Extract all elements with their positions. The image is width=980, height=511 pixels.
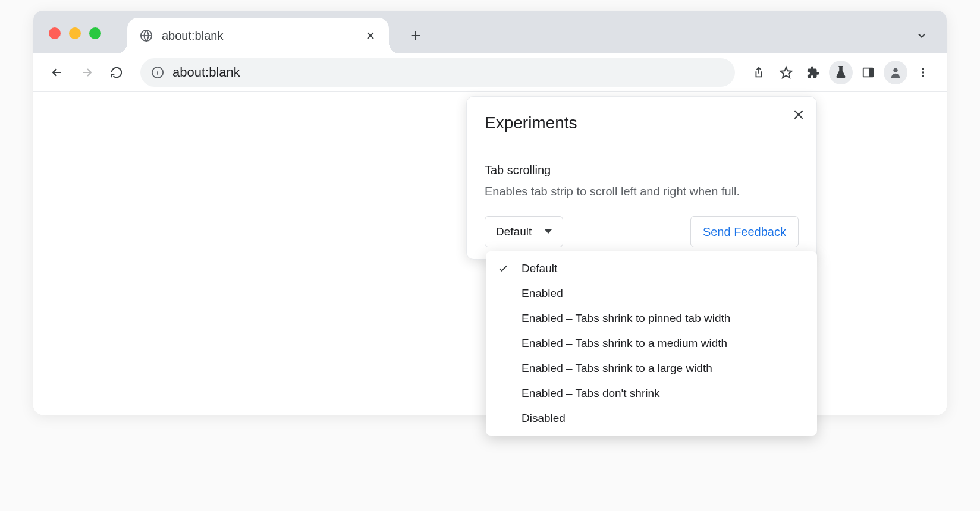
experiment-select[interactable]: Default <box>485 216 563 247</box>
dropdown-option-label: Default <box>522 262 557 275</box>
dropdown-option[interactable]: Default <box>486 256 817 281</box>
globe-icon <box>139 29 153 43</box>
close-tab-button[interactable] <box>364 29 377 42</box>
toolbar: about:blank <box>33 53 947 92</box>
dropdown-option-label: Enabled <box>522 287 563 300</box>
svg-rect-3 <box>869 68 873 77</box>
svg-point-6 <box>922 71 924 73</box>
tab-strip: about:blank <box>33 11 947 53</box>
toolbar-right <box>747 61 935 84</box>
send-feedback-button[interactable]: Send Feedback <box>690 216 799 247</box>
popup-title: Experiments <box>485 113 799 133</box>
check-icon <box>498 263 514 274</box>
tab-title: about:blank <box>162 29 364 43</box>
back-button[interactable] <box>45 61 69 84</box>
extensions-button[interactable] <box>802 61 825 84</box>
feedback-label: Send Feedback <box>703 225 786 239</box>
bookmark-button[interactable] <box>774 61 798 84</box>
fullscreen-window-button[interactable] <box>89 27 101 39</box>
forward-button[interactable] <box>75 61 99 84</box>
experiment-description: Enables tab strip to scroll left and rig… <box>485 183 799 200</box>
dropdown-option[interactable]: Enabled <box>486 281 817 306</box>
dropdown-option-label: Enabled – Tabs don't shrink <box>522 387 660 400</box>
svg-point-7 <box>922 75 924 77</box>
dropdown-option[interactable]: Enabled – Tabs shrink to a medium width <box>486 331 817 356</box>
dropdown-option-label: Disabled <box>522 412 566 425</box>
dropdown-option-label: Enabled – Tabs shrink to a large width <box>522 362 712 375</box>
new-tab-button[interactable] <box>402 22 429 49</box>
dropdown-option[interactable]: Disabled <box>486 406 817 431</box>
close-window-button[interactable] <box>49 27 61 39</box>
profile-button[interactable] <box>884 61 907 84</box>
experiments-button[interactable] <box>829 61 853 84</box>
window-controls <box>49 27 101 39</box>
svg-point-5 <box>922 68 924 70</box>
caret-down-icon <box>545 229 552 234</box>
chevron-down-icon[interactable] <box>912 26 931 45</box>
browser-tab[interactable]: about:blank <box>127 18 389 53</box>
share-button[interactable] <box>747 61 771 84</box>
minimize-window-button[interactable] <box>69 27 81 39</box>
info-icon <box>151 66 164 79</box>
menu-button[interactable] <box>911 61 935 84</box>
experiments-popup: Experiments Tab scrolling Enables tab st… <box>466 96 817 260</box>
select-value: Default <box>496 225 532 238</box>
address-bar[interactable]: about:blank <box>140 58 735 87</box>
dropdown-option[interactable]: Enabled – Tabs don't shrink <box>486 381 817 406</box>
svg-point-4 <box>893 68 897 72</box>
dropdown-option-label: Enabled – Tabs shrink to a medium width <box>522 337 727 350</box>
url-text: about:blank <box>172 65 240 80</box>
dropdown-option-label: Enabled – Tabs shrink to pinned tab widt… <box>522 312 730 325</box>
side-panel-button[interactable] <box>856 61 880 84</box>
popup-close-button[interactable] <box>789 105 808 124</box>
experiment-dropdown: DefaultEnabledEnabled – Tabs shrink to p… <box>486 251 817 436</box>
experiment-name: Tab scrolling <box>485 163 799 177</box>
reload-button[interactable] <box>105 61 128 84</box>
dropdown-option[interactable]: Enabled – Tabs shrink to pinned tab widt… <box>486 306 817 331</box>
browser-window: about:blank <box>33 11 947 415</box>
dropdown-option[interactable]: Enabled – Tabs shrink to a large width <box>486 356 817 381</box>
